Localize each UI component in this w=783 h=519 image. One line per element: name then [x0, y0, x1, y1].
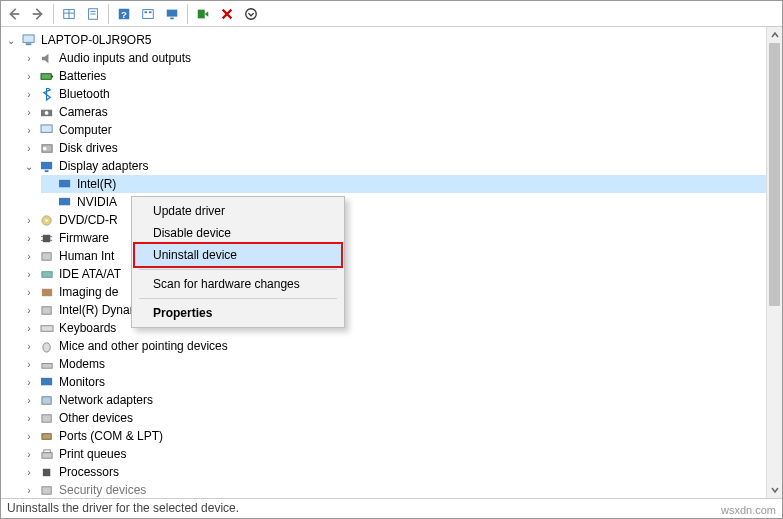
- arrow-right-icon: [31, 7, 45, 21]
- tree-node-ports[interactable]: ›Ports (COM & LPT): [23, 427, 766, 445]
- ctx-uninstall-device[interactable]: Uninstall device: [135, 244, 341, 266]
- expand-icon[interactable]: ›: [23, 286, 35, 298]
- svg-text:?: ?: [121, 8, 127, 19]
- expand-icon[interactable]: ›: [23, 304, 35, 316]
- device-tree[interactable]: ⌄ LAPTOP-0LJR9OR5 ›Audio inputs and outp…: [1, 27, 766, 498]
- expand-icon[interactable]: ›: [23, 268, 35, 280]
- back-button[interactable]: [3, 3, 25, 25]
- svg-rect-37: [41, 288, 51, 295]
- tree-node-printq[interactable]: ›Print queues: [23, 445, 766, 463]
- tree-node-other[interactable]: ›Other devices: [23, 409, 766, 427]
- tree-node-intel-gpu[interactable]: Intel(R): [41, 175, 766, 193]
- expand-icon[interactable]: ›: [23, 484, 35, 496]
- ctx-update-driver[interactable]: Update driver: [135, 200, 341, 222]
- pc-icon: [39, 123, 55, 137]
- scroll-track[interactable]: [767, 43, 782, 482]
- modem-icon: [39, 357, 55, 371]
- expand-icon[interactable]: ›: [23, 430, 35, 442]
- collapse-icon[interactable]: ⌄: [23, 160, 35, 172]
- svg-rect-49: [41, 486, 50, 493]
- context-menu: Update driver Disable device Uninstall d…: [131, 196, 345, 328]
- ctx-properties[interactable]: Properties: [135, 302, 341, 324]
- tree-node-processors[interactable]: ›Processors: [23, 463, 766, 481]
- forward-button[interactable]: [27, 3, 49, 25]
- tree-node-batteries[interactable]: ›Batteries: [23, 67, 766, 85]
- tree-node-display-adapters[interactable]: ⌄Display adapters: [23, 157, 766, 175]
- svg-rect-26: [59, 179, 70, 186]
- scroll-thumb[interactable]: [769, 43, 780, 306]
- svg-rect-25: [44, 170, 48, 172]
- node-label: Imaging de: [59, 285, 118, 299]
- disk-icon: [39, 141, 55, 155]
- tree-node-bluetooth[interactable]: ›Bluetooth: [23, 85, 766, 103]
- svg-rect-15: [23, 34, 34, 41]
- scan-by-type-button[interactable]: [137, 3, 159, 25]
- svg-rect-35: [41, 252, 50, 259]
- tree-node-mice[interactable]: ›Mice and other pointing devices: [23, 337, 766, 355]
- battery-icon: [39, 69, 55, 83]
- expand-icon[interactable]: ›: [23, 232, 35, 244]
- expand-icon[interactable]: ›: [23, 376, 35, 388]
- svg-rect-17: [41, 73, 51, 79]
- svg-rect-44: [41, 414, 50, 421]
- tree-node-network[interactable]: ›Network adapters: [23, 391, 766, 409]
- tree-node-audio[interactable]: ›Audio inputs and outputs: [23, 49, 766, 67]
- expand-icon[interactable]: ›: [23, 214, 35, 226]
- scan-hardware-button[interactable]: [161, 3, 183, 25]
- keyboard-icon: [39, 321, 55, 335]
- node-label: Human Int: [59, 249, 114, 263]
- vertical-scrollbar[interactable]: [766, 27, 782, 498]
- expand-icon[interactable]: ›: [23, 358, 35, 370]
- update-driver-button[interactable]: [192, 3, 214, 25]
- node-label: IDE ATA/AT: [59, 267, 121, 281]
- expand-icon[interactable]: ›: [23, 340, 35, 352]
- display-adapter-icon: [39, 159, 55, 173]
- node-label: NVIDIA: [77, 195, 117, 209]
- ctx-separator: [139, 269, 337, 270]
- node-label: Print queues: [59, 447, 126, 461]
- watermark: wsxdn.com: [721, 504, 776, 516]
- expand-icon[interactable]: ›: [23, 412, 35, 424]
- chevron-up-icon: [771, 31, 779, 39]
- properties-toolbar-button[interactable]: [82, 3, 104, 25]
- down-button[interactable]: [240, 3, 262, 25]
- root-node[interactable]: ⌄ LAPTOP-0LJR9OR5: [5, 31, 766, 49]
- tree-node-security[interactable]: ›Security devices: [23, 481, 766, 498]
- tree-node-monitors[interactable]: ›Monitors: [23, 373, 766, 391]
- expand-icon[interactable]: ›: [23, 88, 35, 100]
- toolbar-separator: [53, 4, 54, 24]
- device-manager-window: ? ⌄ LAPTOP-0LJR9OR5: [0, 0, 783, 519]
- svg-rect-10: [149, 11, 152, 13]
- tree-node-modems[interactable]: ›Modems: [23, 355, 766, 373]
- tree-node-cameras[interactable]: ›Cameras: [23, 103, 766, 121]
- expand-icon[interactable]: ›: [23, 124, 35, 136]
- expand-icon[interactable]: ›: [23, 394, 35, 406]
- chip-icon: [39, 231, 55, 245]
- expand-icon[interactable]: ›: [23, 70, 35, 82]
- help-button[interactable]: ?: [113, 3, 135, 25]
- grid-icon: [62, 7, 76, 21]
- expand-icon[interactable]: ›: [23, 466, 35, 478]
- svg-rect-27: [59, 197, 70, 204]
- node-label: Batteries: [59, 69, 106, 83]
- expand-icon[interactable]: ›: [23, 448, 35, 460]
- ctx-scan-hardware[interactable]: Scan for hardware changes: [135, 273, 341, 295]
- collapse-icon[interactable]: ⌄: [5, 34, 17, 46]
- expand-icon[interactable]: ›: [23, 106, 35, 118]
- svg-rect-36: [41, 271, 51, 277]
- scroll-up-button[interactable]: [767, 27, 782, 43]
- expand-icon[interactable]: ›: [23, 250, 35, 262]
- show-hidden-button[interactable]: [58, 3, 80, 25]
- expand-icon[interactable]: ›: [23, 52, 35, 64]
- svg-rect-11: [167, 9, 178, 16]
- tree-node-computer[interactable]: ›Computer: [23, 121, 766, 139]
- ctx-disable-device[interactable]: Disable device: [135, 222, 341, 244]
- expand-icon[interactable]: ›: [23, 322, 35, 334]
- svg-rect-24: [41, 161, 52, 168]
- scroll-down-button[interactable]: [767, 482, 782, 498]
- svg-rect-18: [51, 75, 53, 77]
- svg-rect-41: [41, 363, 51, 368]
- uninstall-button[interactable]: [216, 3, 238, 25]
- tree-node-disk[interactable]: ›Disk drives: [23, 139, 766, 157]
- expand-icon[interactable]: ›: [23, 142, 35, 154]
